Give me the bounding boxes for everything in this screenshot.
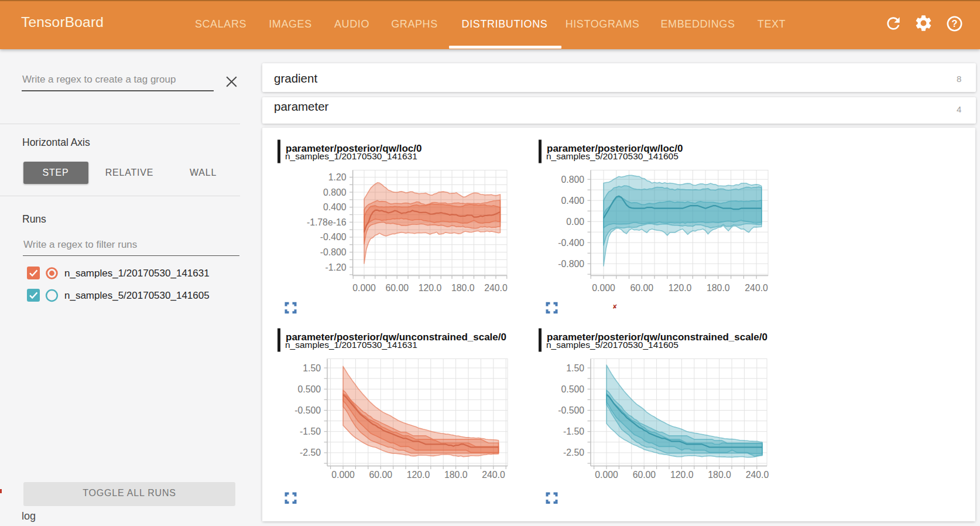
svg-text:-0.500: -0.500 [294,405,321,415]
svg-text:240.0: 240.0 [746,470,769,480]
svg-text:0.800: 0.800 [323,187,347,197]
svg-text:60.00: 60.00 [633,470,656,480]
svg-text:1.50: 1.50 [303,363,321,373]
svg-text:60.00: 60.00 [631,282,654,292]
svg-text:-0.800: -0.800 [320,247,347,257]
svg-text:-1.50: -1.50 [563,426,584,436]
svg-text:0.400: 0.400 [561,195,584,205]
svg-text:?: ? [952,18,958,29]
svg-text:0.500: 0.500 [561,384,584,394]
svg-text:n_samples_1/20170530_141631: n_samples_1/20170530_141631 [285,151,417,161]
svg-text:-0.400: -0.400 [558,237,584,247]
svg-text:240.0: 240.0 [484,282,508,292]
svg-text:180.0: 180.0 [707,282,730,292]
svg-text:1.20: 1.20 [328,172,347,182]
svg-text:120.0: 120.0 [670,470,694,480]
svg-text:0.000: 0.000 [352,282,376,292]
svg-text:n_samples_5/20170530_141605: n_samples_5/20170530_141605 [546,340,679,350]
svg-text:-2.50: -2.50 [300,448,321,457]
svg-text:120.0: 120.0 [669,282,692,292]
svg-text:1.50: 1.50 [566,363,584,373]
svg-text:0.000: 0.000 [592,282,615,292]
svg-text:180.0: 180.0 [451,282,475,292]
svg-text:0.00: 0.00 [566,216,584,226]
svg-text:120.0: 120.0 [419,282,442,292]
svg-text:✘: ✘ [612,303,617,309]
svg-text:-0.400: -0.400 [320,232,347,242]
svg-text:0.000: 0.000 [595,470,618,480]
svg-text:180.0: 180.0 [444,470,468,480]
svg-text:n_samples_5/20170530_141605: n_samples_5/20170530_141605 [546,151,679,161]
svg-text:-2.50: -2.50 [563,448,584,457]
svg-text:-1.50: -1.50 [300,426,321,436]
svg-text:0.000: 0.000 [331,470,355,480]
svg-text:n_samples_1/20170530_141631: n_samples_1/20170530_141631 [285,340,417,350]
svg-text:-1.78e-16: -1.78e-16 [307,217,347,227]
svg-text:60.00: 60.00 [385,282,409,292]
svg-text:-1.20: -1.20 [325,262,346,272]
svg-text:-0.800: -0.800 [558,258,584,268]
svg-text:120.0: 120.0 [407,470,430,480]
svg-text:60.00: 60.00 [369,470,393,480]
svg-text:180.0: 180.0 [708,470,731,480]
svg-text:240.0: 240.0 [482,470,505,480]
svg-text:0.500: 0.500 [297,384,321,394]
svg-text:0.800: 0.800 [561,174,584,184]
svg-text:-0.500: -0.500 [558,405,584,415]
svg-text:240.0: 240.0 [745,282,768,292]
svg-text:0.400: 0.400 [323,202,347,212]
